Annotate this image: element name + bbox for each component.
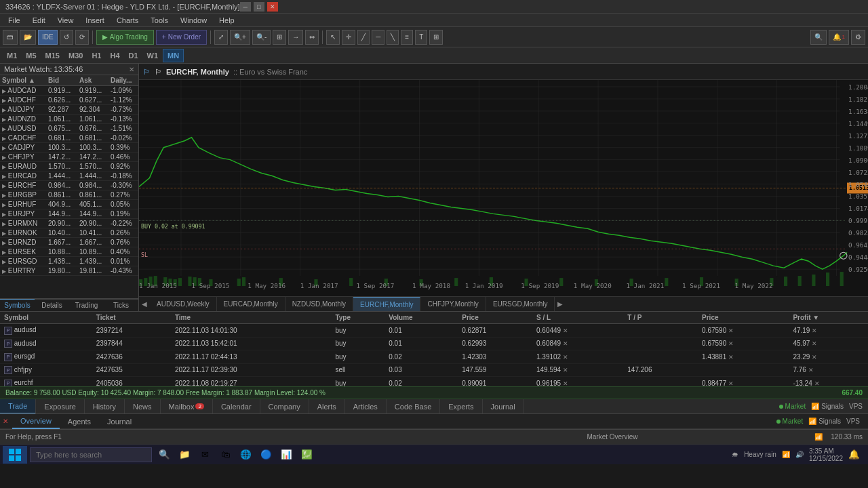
tf-m1[interactable]: M1 <box>3 49 21 62</box>
tf-m5[interactable]: M5 <box>22 49 40 62</box>
pos-col-volume[interactable]: Volume <box>384 312 458 324</box>
pos-col-profit[interactable]: Profit ▼ <box>789 312 868 324</box>
pos-close[interactable]: ✕ <box>812 327 817 334</box>
line-button[interactable]: ╱ <box>357 30 370 45</box>
taskbar-mail[interactable]: ✉ <box>195 446 214 464</box>
tf-h4[interactable]: H4 <box>106 49 123 62</box>
auto-scale-button[interactable]: ⇔ <box>305 30 319 45</box>
list-item[interactable]: ▶ CADCHF 0.681... 0.681... -0.02% <box>0 134 138 143</box>
sl-close[interactable]: ✕ <box>563 380 568 386</box>
taskbar-store[interactable]: 🛍 <box>216 446 235 464</box>
notification-button[interactable]: 🔔1 <box>829 30 849 45</box>
vps-indicator[interactable]: VPS <box>849 403 863 410</box>
tab-codebase[interactable]: Code Base <box>387 399 440 414</box>
tab-trade[interactable]: Trade <box>0 399 36 414</box>
settings-button[interactable]: ⚙ <box>851 30 865 45</box>
zoom-in-button[interactable]: 🔍+ <box>230 30 250 45</box>
tf-m15[interactable]: M15 <box>41 49 64 62</box>
algo-trading-button[interactable]: ▶ Algo Trading <box>96 30 154 45</box>
pos-close[interactable]: ✕ <box>812 354 817 361</box>
maximize-button[interactable]: □ <box>254 2 264 12</box>
sub-vps-indicator[interactable]: VPS <box>846 418 860 425</box>
close-button[interactable]: ✕ <box>267 2 278 12</box>
taskbar-edge[interactable]: 🌐 <box>236 446 255 464</box>
pos-close[interactable]: ✕ <box>812 340 817 347</box>
menu-view[interactable]: View <box>52 15 79 26</box>
tf-m30[interactable]: M30 <box>64 49 87 62</box>
col-daily[interactable]: Daily... <box>108 75 138 86</box>
fib-button[interactable]: ≡ <box>401 30 413 45</box>
list-item[interactable]: ▶ EURTRY 19.80... 19.81... -0.43% <box>0 266 138 276</box>
text-button[interactable]: T <box>415 30 427 45</box>
col-ask[interactable]: Ask <box>77 75 108 86</box>
sl-close[interactable]: ✕ <box>563 354 568 361</box>
notification-center-button[interactable]: 🔔 <box>848 449 860 460</box>
list-item[interactable]: ▶ CADJPY 100.3... 100.3... 0.39% <box>0 143 138 152</box>
properties-button[interactable]: ⊞ <box>273 30 286 45</box>
tf-h1[interactable]: H1 <box>87 49 105 62</box>
pos-col-price[interactable]: Price <box>458 312 532 324</box>
menu-file[interactable]: File <box>3 15 26 26</box>
tp-close[interactable]: ✕ <box>728 327 734 334</box>
chart-tab-scroll-left[interactable]: ◀ <box>139 299 150 309</box>
menu-window[interactable]: Window <box>175 15 212 26</box>
pos-col-currentprice[interactable]: Price <box>698 312 789 324</box>
list-item[interactable]: ▶ AUDUSD 0.675... 0.676... -1.51% <box>0 124 138 134</box>
mw-tab-details[interactable]: Details <box>35 299 69 311</box>
sub-signal-indicator[interactable]: 📶 Signals <box>808 418 841 425</box>
chart-tab-eurchf[interactable]: EURCHF,Monthly <box>353 297 420 312</box>
tab-company[interactable]: Company <box>260 399 309 414</box>
zoom-out-button[interactable]: 🔍- <box>252 30 271 45</box>
taskbar-chrome[interactable]: 🔵 <box>256 446 275 464</box>
tab-history[interactable]: History <box>85 399 125 414</box>
col-bid[interactable]: Bid <box>46 75 77 86</box>
open-button[interactable]: 📂 <box>20 30 36 45</box>
menu-edit[interactable]: Edit <box>27 15 51 26</box>
tab-articles[interactable]: Articles <box>345 399 387 414</box>
menu-charts[interactable]: Charts <box>111 15 144 26</box>
taskbar-search[interactable] <box>30 447 152 462</box>
search-button[interactable]: 🔍 <box>810 30 827 45</box>
mw-tab-trading[interactable]: Trading <box>69 299 104 311</box>
tab-mailbox[interactable]: Mailbox 2 <box>161 399 213 414</box>
table-row[interactable]: P eursgd 2427636 2022.11.17 02:44:13 buy… <box>0 350 868 364</box>
crosshair2-button[interactable]: ✛ <box>342 30 355 45</box>
tf-w1[interactable]: W1 <box>143 49 163 62</box>
taskbar-cortana[interactable]: 🔍 <box>155 446 174 464</box>
mw-tab-ticks[interactable]: Ticks <box>104 299 138 311</box>
table-row[interactable]: P chfjpy 2427635 2022.11.17 02:39:30 sel… <box>0 363 868 377</box>
chart-tab-eursgd[interactable]: EURSGD,Monthly <box>486 297 555 312</box>
list-item[interactable]: ▶ EURNZD 1.667... 1.667... 0.76% <box>0 238 138 247</box>
chart-shift-button[interactable]: → <box>288 30 303 45</box>
pos-col-time[interactable]: Time <box>171 312 331 324</box>
sl-close[interactable]: ✕ <box>563 367 568 373</box>
list-item[interactable]: ▶ EURNOK 10.40... 10.41... 0.26% <box>0 228 138 238</box>
list-item[interactable]: ▶ EURCAD 1.444... 1.444... -0.18% <box>0 171 138 181</box>
list-item[interactable]: ▶ AUDJPY 92.287 92.304 -0.73% <box>0 105 138 115</box>
pos-col-ticket[interactable]: Ticket <box>92 312 171 324</box>
menu-insert[interactable]: Insert <box>80 15 110 26</box>
table-row[interactable]: P audusd 2397844 2022.11.03 15:42:01 buy… <box>0 337 868 350</box>
list-item[interactable]: ▶ EURJPY 144.9... 144.9... 0.19% <box>0 209 138 219</box>
pos-col-tp[interactable]: T / P <box>623 312 698 324</box>
chart-tab-eurcad[interactable]: EURCAD,Monthly <box>217 297 285 312</box>
table-row[interactable]: P audusd 2397214 2022.11.03 14:01:30 buy… <box>0 324 868 338</box>
pos-col-type[interactable]: Type <box>331 312 384 324</box>
chart-tab-chfjpy[interactable]: CHFJPY,Monthly <box>420 297 486 312</box>
tp-close[interactable]: ✕ <box>728 380 734 386</box>
sub-market-indicator[interactable]: Market <box>776 418 804 425</box>
chart-tab-nzdusd[interactable]: NZDUSD,Monthly <box>285 297 353 312</box>
list-item[interactable]: ▶ AUDNZD 1.061... 1.061... -0.13% <box>0 115 138 124</box>
chart-svg[interactable]: BUY 0.02 at 0.99091 SL 1.05130 1.20040 1… <box>139 80 868 296</box>
tab-exposure[interactable]: Exposure <box>36 399 84 414</box>
market-watch-close[interactable]: ✕ <box>129 66 134 73</box>
signal-indicator[interactable]: 📶 Signals <box>811 403 844 410</box>
more-tools-button[interactable]: ⊞ <box>429 30 443 45</box>
sub-tab-journal[interactable]: Journal <box>99 414 140 429</box>
tab-alerts[interactable]: Alerts <box>309 399 345 414</box>
list-item[interactable]: ▶ EURSEK 10.88... 10.89... 0.40% <box>0 247 138 257</box>
sub-close-button[interactable]: ✕ <box>3 418 8 425</box>
col-symbol[interactable]: Symbol ▲ <box>0 75 46 86</box>
tab-news[interactable]: News <box>125 399 161 414</box>
table-row[interactable]: P eurchf 2405036 2022.11.08 02:19:27 buy… <box>0 377 868 387</box>
